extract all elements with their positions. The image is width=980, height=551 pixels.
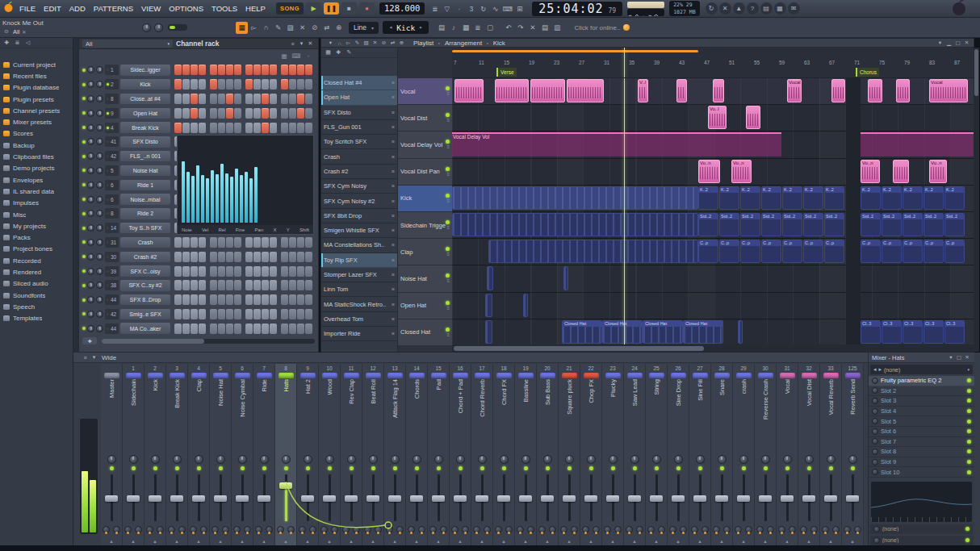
pattern-cell[interactable]: K..2	[903, 186, 923, 210]
mixer-strip[interactable]: 31Vocal▲	[777, 364, 798, 545]
strip-fader[interactable]	[798, 473, 819, 523]
track-header[interactable]: Vocal Dist≡	[398, 105, 452, 131]
browser-item[interactable]: Plugin presets	[0, 94, 73, 105]
strip-pan-knob[interactable]	[587, 455, 596, 464]
pattern-cell[interactable]: Sid..2	[923, 213, 944, 236]
strip-mute-led[interactable]	[393, 466, 397, 470]
strip-pan-knob[interactable]	[238, 455, 247, 464]
channel-volume-knob[interactable]	[96, 282, 103, 289]
step-button[interactable]	[262, 280, 269, 290]
strip-stereo-knob[interactable]	[669, 526, 676, 533]
step-button[interactable]	[199, 237, 206, 248]
fader-handle[interactable]	[432, 495, 445, 502]
step-button[interactable]	[270, 324, 277, 334]
send-knob[interactable]	[873, 537, 880, 544]
undo-icon[interactable]: ↶	[502, 22, 514, 34]
strip-eq-knob[interactable]	[462, 526, 469, 533]
graph-target-label[interactable]: Fine	[236, 227, 245, 232]
song-mode-toggle[interactable]: SONG	[276, 2, 304, 15]
strip-eq-knob[interactable]	[440, 526, 447, 533]
step-button[interactable]	[199, 65, 206, 75]
strip-stereo-knob[interactable]	[822, 526, 829, 533]
docs-icon[interactable]: ▤	[760, 2, 773, 15]
fader-handle[interactable]	[824, 495, 837, 502]
strip-pan-knob[interactable]	[630, 455, 639, 464]
rack-close-icon[interactable]: ✕	[306, 40, 315, 48]
pattern-cell[interactable]: C..p	[803, 240, 823, 263]
strip-route-arrow[interactable]: ▲	[523, 539, 527, 545]
fader-handle[interactable]	[170, 495, 183, 502]
velocity-bar[interactable]	[186, 172, 190, 223]
step-button[interactable]	[174, 324, 182, 334]
slot-mix-knob[interactable]	[872, 449, 878, 455]
strip-fader[interactable]	[232, 473, 253, 523]
pattern-cell[interactable]: K..2	[782, 186, 802, 210]
fader-handle[interactable]	[258, 495, 270, 502]
strip-eq-knob[interactable]	[157, 526, 164, 533]
fader-handle[interactable]	[519, 495, 532, 502]
channel-mute-led[interactable]	[82, 312, 86, 315]
track-mute-led[interactable]	[446, 113, 450, 117]
clip-audio[interactable]: Vocal	[929, 79, 968, 102]
strip-fader[interactable]	[210, 473, 231, 523]
step-button[interactable]	[234, 237, 241, 248]
browser-item[interactable]: Envelopes	[0, 174, 73, 186]
step-button[interactable]	[182, 309, 190, 319]
browser-item[interactable]: Impulses	[0, 198, 73, 209]
strip-pan-knob[interactable]	[195, 455, 203, 464]
strip-mute-led[interactable]	[284, 466, 288, 470]
step-button[interactable]	[234, 252, 241, 262]
clip-cells[interactable]: C..pC..pC..pC..pC..p	[861, 240, 974, 263]
send-slot[interactable]: (none)	[870, 536, 973, 545]
pl-detach-icon[interactable]: ▾	[936, 39, 944, 47]
channel-mute-led[interactable]	[82, 327, 86, 330]
step-button[interactable]	[234, 123, 241, 133]
channel-button[interactable]: SFX 8..Drop	[120, 294, 170, 306]
channel-mute-led[interactable]	[82, 255, 86, 258]
clip-cells[interactable]: C..pC..pC..pC..pC..pC..pC..p	[698, 240, 846, 263]
step-button[interactable]	[199, 108, 206, 119]
browser-item[interactable]: Scores	[0, 128, 73, 140]
channel-button[interactable]: Kick	[120, 79, 170, 90]
strip-route-arrow[interactable]: ▲	[588, 539, 593, 545]
step-button[interactable]	[289, 237, 296, 248]
strip-fader[interactable]	[493, 473, 514, 523]
add-channel-button[interactable]: ✚	[82, 337, 97, 344]
strip-pan-knob[interactable]	[674, 455, 683, 464]
strip-eq-knob[interactable]	[723, 526, 731, 533]
browser-item[interactable]: Backup	[0, 140, 73, 151]
clip-pat[interactable]	[563, 266, 568, 290]
step-button[interactable]	[281, 79, 288, 90]
channel-button[interactable]: Sidec..igger	[120, 65, 170, 76]
fader-handle[interactable]	[563, 495, 576, 502]
strip-mute-led[interactable]	[415, 466, 419, 470]
pattern-picker-item[interactable]: Crash #2≡	[321, 165, 397, 179]
channel-select-button[interactable]: 39	[105, 266, 119, 277]
channel-pan-knob[interactable]	[87, 110, 94, 117]
strip-mute-led[interactable]	[567, 466, 572, 470]
step-button[interactable]	[199, 294, 206, 305]
step-button[interactable]	[226, 252, 233, 262]
channel-volume-knob[interactable]	[96, 152, 103, 160]
step-button[interactable]	[210, 252, 217, 262]
strip-stereo-knob[interactable]	[429, 526, 437, 533]
browser-list-icon[interactable]: ≣	[13, 39, 22, 48]
strip-fader[interactable]	[341, 473, 362, 523]
sync-icon[interactable]: ↻	[706, 2, 718, 15]
channel-button[interactable]: Open Hat	[120, 108, 170, 119]
strip-eq-knob[interactable]	[331, 526, 338, 533]
step-button[interactable]	[191, 309, 198, 319]
browser-item[interactable]: Soundfonts	[0, 290, 73, 301]
channel-button[interactable]: Close..at #4	[120, 94, 170, 105]
channel-button[interactable]: Crash	[120, 237, 170, 248]
pattern-cell[interactable]: C..p	[740, 240, 760, 263]
chat-icon[interactable]: ✉	[788, 2, 800, 15]
channel-select-button[interactable]: 42	[105, 309, 119, 319]
pattern-picker-item[interactable]: FLS_Gun 001≡	[321, 120, 397, 135]
fx-detach-icon[interactable]: ▾	[947, 353, 955, 361]
strip-fader[interactable]	[537, 473, 558, 523]
pattern-cell[interactable]: C..p	[698, 240, 718, 263]
step-button[interactable]	[199, 309, 206, 319]
channel-volume-knob[interactable]	[96, 239, 103, 246]
strip-route-arrow[interactable]: ▲	[632, 539, 636, 545]
